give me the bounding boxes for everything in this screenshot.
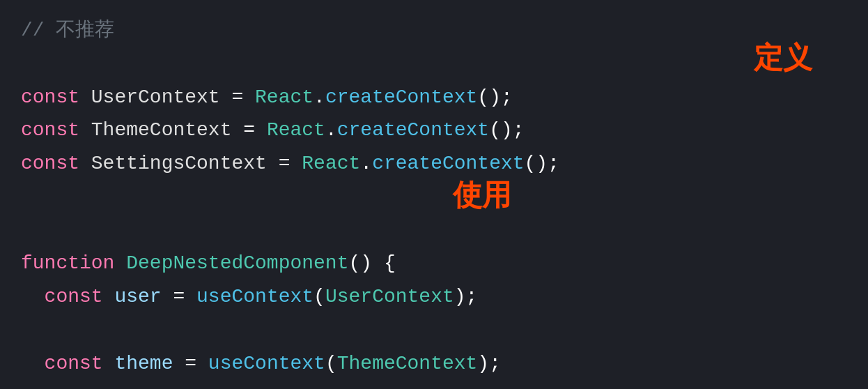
close-paren-1: );	[454, 280, 478, 314]
user-context-ref: UserContext	[325, 280, 454, 314]
paren-1: ();	[477, 81, 512, 114]
code-line-user-var: const user = useContext ( UserContext );	[21, 280, 847, 314]
operator-1: =	[231, 81, 243, 114]
react-2: React	[255, 114, 325, 147]
var-theme: theme	[103, 347, 185, 381]
indent-1	[21, 280, 45, 314]
keyword-const-3: const	[21, 147, 79, 181]
code-editor: // 不推荐 const UserContext = React . creat…	[0, 0, 868, 389]
code-line-theme-var: const theme = useContext ( ThemeContext …	[21, 347, 847, 381]
operator-2: =	[243, 114, 255, 147]
theme-context-ref: ThemeContext	[337, 347, 478, 381]
keyword-function: function	[21, 247, 114, 280]
method-1: createContext	[325, 81, 477, 114]
code-line-theme-context: const ThemeContext = React . createConte…	[21, 114, 847, 147]
keyword-const-2: const	[21, 114, 79, 147]
code-line-user-context: const UserContext = React . createContex…	[21, 81, 847, 114]
annotation-use: 使用	[453, 176, 511, 215]
code-line-empty-2	[21, 180, 847, 213]
annotation-define: 定义	[754, 38, 812, 77]
open-paren-1: (	[313, 280, 325, 314]
var-name-1: UserContext	[79, 81, 231, 114]
indent-2	[21, 347, 45, 381]
keyword-const-1: const	[21, 81, 79, 114]
var-user: user	[103, 280, 173, 314]
method-2: createContext	[337, 114, 489, 147]
use-context-1: useContext	[185, 280, 313, 314]
open-paren-2: (	[325, 347, 337, 381]
comment-text: // 不推荐	[21, 14, 114, 47]
func-parens: () {	[348, 247, 395, 280]
react-3: React	[290, 147, 360, 181]
operator-3: =	[279, 147, 290, 181]
keyword-const-4: const	[45, 280, 103, 314]
code-line-comment: // 不推荐	[21, 14, 847, 47]
code-line-empty-3	[21, 213, 847, 247]
paren-3: ();	[525, 147, 559, 181]
function-name: DeepNestedComponent	[114, 247, 348, 280]
code-line-empty-5	[21, 380, 847, 389]
close-paren-2: );	[477, 347, 501, 381]
react-1: React	[243, 81, 313, 114]
use-context-2: useContext	[196, 347, 325, 381]
dot-1: .	[313, 81, 325, 114]
paren-2: ();	[489, 114, 524, 147]
dot-3: .	[360, 147, 372, 181]
code-line-empty-4	[21, 314, 847, 347]
operator-5: =	[185, 347, 196, 381]
dot-2: .	[325, 114, 337, 147]
code-line-empty-1	[21, 47, 847, 81]
var-name-2: ThemeContext	[79, 114, 243, 147]
operator-4: =	[173, 280, 185, 314]
keyword-const-5: const	[45, 347, 103, 381]
code-line-settings-context: const SettingsContext = React . createCo…	[21, 147, 847, 181]
code-line-function-decl: function DeepNestedComponent () {	[21, 247, 847, 280]
var-name-3: SettingsContext	[79, 147, 279, 181]
